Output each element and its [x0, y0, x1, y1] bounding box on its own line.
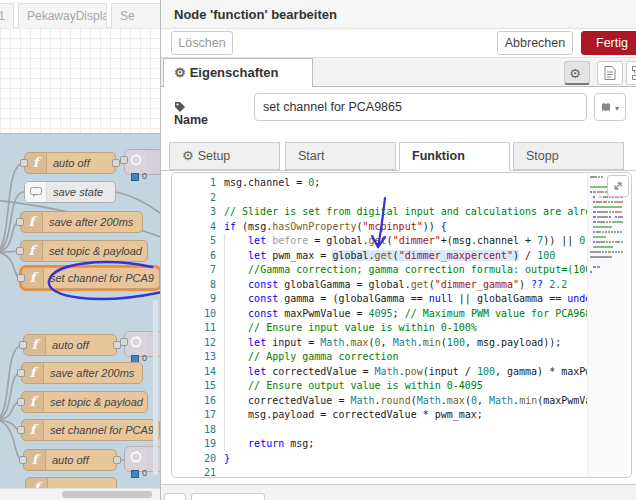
node-input-port[interactable]: [17, 398, 25, 406]
expand-icon: [612, 180, 624, 192]
node-label: auto off: [52, 450, 89, 470]
properties-tabrow: ⚙Eigenschaften ⚙: [161, 57, 636, 87]
node-label: save state: [53, 182, 103, 202]
gear-icon: ⚙: [174, 65, 186, 80]
flow-node-function[interactable]: f auto off: [23, 334, 117, 356]
tab-label: Funktion: [412, 149, 465, 163]
tab-funktion[interactable]: Funktion: [399, 142, 510, 171]
node-label: save after 200ms: [49, 212, 133, 232]
name-label-text: Name: [174, 113, 208, 127]
function-icon: f: [22, 363, 44, 383]
node-input-port[interactable]: [120, 156, 128, 164]
tab-label: Setup: [198, 149, 231, 163]
node-label: set channel for PCA9: [50, 268, 154, 288]
function-icon: f: [24, 450, 46, 470]
name-row: Name ▾: [161, 87, 636, 142]
name-label: Name: [174, 101, 208, 127]
gear-icon: ⚙: [569, 66, 581, 81]
name-input[interactable]: [254, 93, 587, 121]
expand-editor-button[interactable]: [607, 175, 629, 197]
done-button[interactable]: Fertig: [581, 31, 636, 55]
code-lines[interactable]: msg.channel = 0;// Slider is set from di…: [224, 176, 587, 477]
node-input-port[interactable]: [20, 159, 28, 167]
status-badge: 0: [142, 353, 147, 363]
tab-setup[interactable]: ⚙Setup: [169, 142, 280, 170]
cancel-button[interactable]: Abbrechen: [497, 31, 573, 55]
node-label: auto off: [52, 335, 89, 355]
function-icon: f: [22, 420, 44, 440]
node-input-port[interactable]: [16, 218, 24, 226]
flow-node-function[interactable]: f save after 200ms: [21, 362, 143, 384]
node-input-port[interactable]: [19, 341, 27, 349]
properties-tab-label: Eigenschaften: [190, 65, 279, 80]
node-input-port[interactable]: [17, 369, 25, 377]
tab-label: Stopp: [526, 149, 559, 163]
edit-dialog: Node 'function' bearbeiten Löschen Abbre…: [160, 0, 636, 500]
appearance-icon-button[interactable]: [626, 61, 636, 85]
flow-workspace: 1 PekawayDisplay Us Se f auto off: [0, 0, 160, 500]
footer-button[interactable]: [191, 493, 265, 500]
tab-stopp[interactable]: Stopp: [513, 142, 624, 170]
function-icon: f: [25, 153, 47, 173]
node-input-port[interactable]: [17, 426, 25, 434]
status-badge: 0: [142, 171, 147, 181]
status-dot: [131, 470, 139, 478]
node-output-port[interactable]: [113, 456, 121, 464]
function-icon: f: [21, 241, 43, 261]
properties-icon-button[interactable]: ⚙: [564, 61, 590, 85]
node-label: set topic & payload: [49, 241, 142, 261]
node-input-port[interactable]: [120, 338, 128, 346]
status-badge: 0: [142, 468, 147, 478]
status-dot: [131, 173, 139, 181]
node-label: set channel for PCA9: [50, 420, 154, 440]
line-numbers: 123456789101112131415161718192021: [172, 176, 216, 478]
function-icon: f: [21, 212, 43, 232]
scrollbar-thumb[interactable]: [62, 491, 152, 498]
footer-button[interactable]: [164, 493, 186, 500]
dialog-title: Node 'function' bearbeiten: [174, 7, 337, 22]
tag-icon: [174, 101, 186, 113]
flow-node-function[interactable]: f set topic & payload: [20, 240, 148, 262]
flow-node-function[interactable]: f set topic & payload: [21, 391, 148, 413]
document-icon: [604, 66, 616, 80]
node-input-port[interactable]: [19, 456, 27, 464]
minimap[interactable]: [587, 173, 625, 477]
function-icon: f: [22, 392, 44, 412]
editor-tabs: ⚙Setup Start Funktion Stopp: [161, 142, 636, 171]
dialog-footer: [161, 484, 636, 500]
flow-node-function[interactable]: f save after 200ms: [20, 211, 143, 233]
node-label: save after 200ms: [50, 363, 134, 383]
dialog-buttonbar: Löschen Abbrechen Fertig: [161, 29, 636, 57]
node-input-port[interactable]: [17, 274, 25, 282]
flow-node-function[interactable]: f set channel for PCA9: [21, 419, 160, 441]
book-icon: [601, 102, 612, 113]
workspace-vertical-scrollbar[interactable]: [153, 300, 158, 475]
flow-node-function[interactable]: f auto off: [24, 152, 116, 174]
tab-properties[interactable]: ⚙Eigenschaften: [163, 58, 313, 88]
gear-icon: ⚙: [182, 148, 194, 163]
tab-start[interactable]: Start: [285, 142, 396, 170]
comment-icon: [25, 182, 47, 202]
flow-node-function[interactable]: f auto off: [23, 449, 117, 471]
node-input-port[interactable]: [16, 247, 24, 255]
node-label: auto off: [53, 153, 90, 173]
caret-down-icon: ▾: [615, 104, 619, 113]
workspace-horizontal-scrollbar[interactable]: [0, 488, 160, 500]
node-output-port[interactable]: [112, 159, 120, 167]
delete-button[interactable]: Löschen: [171, 31, 233, 55]
tab-label: Start: [298, 149, 324, 163]
node-label: set topic & payload: [50, 392, 143, 412]
description-icon-button[interactable]: [597, 61, 623, 85]
code-editor[interactable]: 123456789101112131415161718192021 msg.ch…: [171, 172, 632, 478]
function-icon: f: [24, 335, 46, 355]
label-visibility-button[interactable]: ▾: [594, 93, 626, 121]
flow-node-function-selected[interactable]: f set channel for PCA9: [21, 267, 160, 289]
flow-node-comment[interactable]: save state: [24, 181, 116, 203]
function-icon: f: [22, 268, 44, 288]
appearance-icon: [632, 66, 636, 80]
dialog-header: Node 'function' bearbeiten: [161, 0, 636, 29]
